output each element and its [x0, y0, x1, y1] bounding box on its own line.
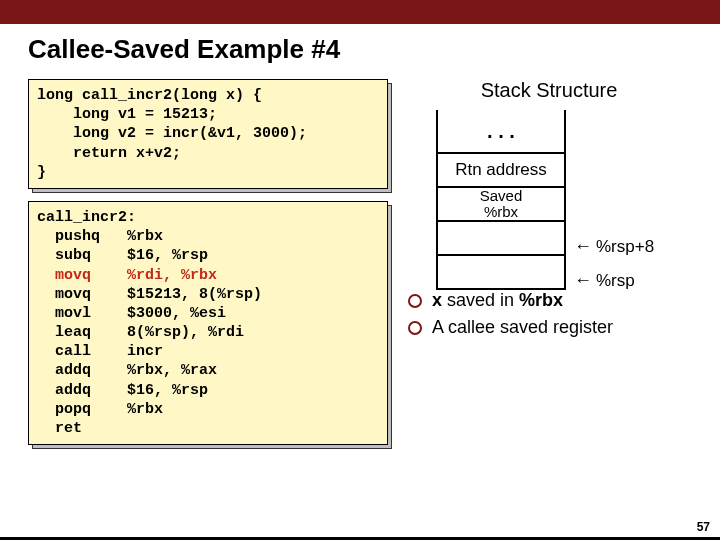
- bullet-item: x saved in %rbx: [408, 290, 692, 311]
- arrow-icon: ←: [574, 236, 592, 257]
- slide-title: Callee-Saved Example #4: [28, 34, 692, 65]
- bullet-mid: saved in: [442, 290, 519, 310]
- label-rsp8: ← %rsp+8: [574, 236, 654, 257]
- left-column: long call_incr2(long x) { long v1 = 1521…: [28, 79, 388, 457]
- stack-cell-dots: . . .: [438, 110, 564, 154]
- saved-line1: Saved: [480, 188, 523, 204]
- bullet-text: A callee saved register: [432, 317, 613, 338]
- bold-x: x: [432, 290, 442, 310]
- c-code: long call_incr2(long x) { long v1 = 1521…: [28, 79, 388, 189]
- stack-title: Stack Structure: [406, 79, 692, 102]
- bullet-icon: [408, 321, 422, 335]
- c-code-box: long call_incr2(long x) { long v1 = 1521…: [28, 79, 388, 189]
- bullet-icon: [408, 294, 422, 308]
- bullet-list: x saved in %rbx A callee saved register: [406, 290, 692, 338]
- saved-line2: %rbx: [484, 204, 518, 220]
- header-bar: [0, 0, 720, 24]
- label-rsp: ← %rsp: [574, 270, 635, 291]
- bullet-text: x saved in %rbx: [432, 290, 563, 311]
- bold-rbx: %rbx: [519, 290, 563, 310]
- label-rsp8-text: %rsp+8: [596, 237, 654, 257]
- stack-cell-empty1: [438, 222, 564, 256]
- stack-diagram: . . . Rtn address Saved %rbx ← %rsp+8 ← …: [406, 110, 692, 270]
- asm-code-box: call_incr2: pushq %rbx subq $16, %rsp mo…: [28, 201, 388, 445]
- stack-cell-saved: Saved %rbx: [438, 188, 564, 222]
- main-columns: long call_incr2(long x) { long v1 = 1521…: [28, 79, 692, 457]
- arrow-icon: ←: [574, 270, 592, 291]
- stack-cell-rtn: Rtn address: [438, 154, 564, 188]
- page-number: 57: [697, 520, 710, 534]
- right-column: Stack Structure . . . Rtn address Saved …: [406, 79, 692, 457]
- stack-cell-empty2: [438, 256, 564, 290]
- slide-content: Callee-Saved Example #4 long call_incr2(…: [0, 24, 720, 457]
- asm-code: call_incr2: pushq %rbx subq $16, %rsp mo…: [28, 201, 388, 445]
- bullet-item: A callee saved register: [408, 317, 692, 338]
- label-rsp-text: %rsp: [596, 271, 635, 291]
- stack-frame: . . . Rtn address Saved %rbx: [436, 110, 566, 290]
